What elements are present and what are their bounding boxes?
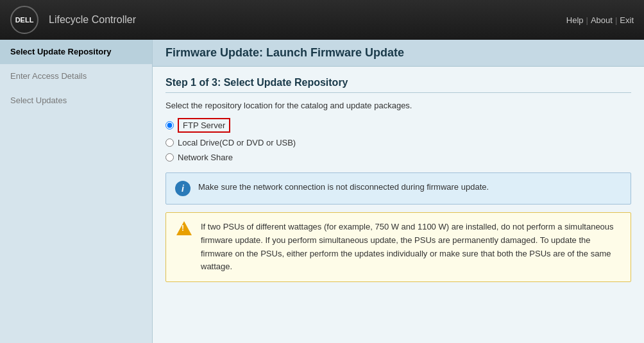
sidebar: Select Update Repository Enter Access De… [0, 40, 153, 343]
header: DELL Lifecycle Controller Help | About |… [0, 0, 644, 40]
app-title: Lifecycle Controller [49, 14, 566, 26]
main-header: Firmware Update: Launch Firmware Update [153, 40, 644, 67]
warning-triangle-icon [176, 221, 192, 235]
radio-ftp[interactable] [165, 121, 174, 130]
exit-link[interactable]: Exit [620, 15, 634, 25]
network-label[interactable]: Network Share [178, 153, 233, 162]
radio-option-ftp: FTP Server [165, 118, 631, 133]
info-icon: i [175, 181, 191, 196]
sep1: | [586, 15, 588, 25]
about-link[interactable]: About [591, 15, 613, 25]
layout: Select Update Repository Enter Access De… [0, 40, 644, 343]
repository-radio-group: FTP Server Local Drive(CD or DVD or USB)… [165, 118, 631, 162]
local-label[interactable]: Local Drive(CD or DVD or USB) [178, 138, 296, 147]
sidebar-item-select-updates[interactable]: Select Updates [0, 88, 152, 113]
warning-icon [175, 221, 193, 236]
radio-local[interactable] [165, 138, 174, 147]
main-body: Step 1 of 3: Select Update Repository Se… [153, 67, 644, 292]
main-content: Firmware Update: Launch Firmware Update … [153, 40, 644, 343]
radio-network[interactable] [165, 153, 174, 162]
header-nav: Help | About | Exit [566, 15, 634, 25]
sidebar-item-select-repository[interactable]: Select Update Repository [0, 40, 152, 64]
step-description: Select the repository location for the c… [165, 101, 631, 110]
sep2: | [615, 15, 617, 25]
warning-box: If two PSUs of different wattages (for e… [165, 212, 631, 282]
ftp-label[interactable]: FTP Server [178, 118, 230, 133]
step-title: Step 1 of 3: Select Update Repository [165, 77, 631, 93]
warning-text: If two PSUs of different wattages (for e… [201, 221, 622, 274]
help-link[interactable]: Help [566, 15, 584, 25]
info-box: i Make sure the network connection is no… [165, 172, 631, 205]
radio-option-network: Network Share [165, 153, 631, 162]
page-title: Firmware Update: Launch Firmware Update [165, 46, 631, 60]
dell-logo: DELL [10, 6, 38, 34]
sidebar-item-enter-access[interactable]: Enter Access Details [0, 64, 152, 88]
radio-option-local: Local Drive(CD or DVD or USB) [165, 138, 631, 147]
info-text: Make sure the network connection is not … [198, 181, 489, 194]
